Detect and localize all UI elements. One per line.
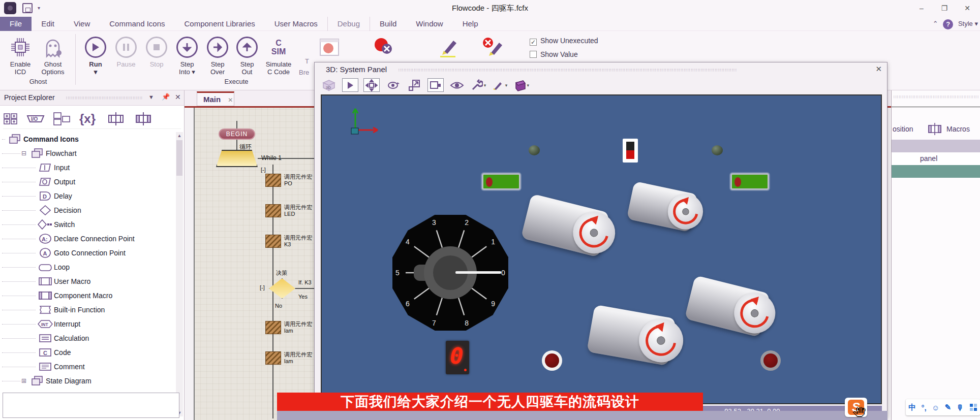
grid-icon[interactable] (969, 403, 977, 411)
drag-handle[interactable]: ∷∷∷∷∷∷∷∷∷∷∷∷∷∷∷∷∷∷∷∷∷∷∷∷∷∷∷∷ (894, 94, 979, 100)
stepout-button[interactable]: StepOut (231, 34, 263, 76)
mic-icon[interactable]: 🎙 (956, 403, 964, 412)
pause-button[interactable]: Pause (110, 34, 142, 68)
motor-object[interactable] (626, 181, 698, 233)
restore-button[interactable]: ❐ (937, 4, 952, 12)
position-panel-header[interactable]: osition (893, 125, 913, 133)
led-bar-object[interactable] (482, 173, 520, 190)
menu-help[interactable]: Help (453, 17, 488, 31)
motor-object[interactable] (685, 275, 771, 337)
grid-add-icon[interactable] (3, 112, 18, 125)
flowchart-component-macro[interactable] (265, 204, 281, 217)
collapse-marker[interactable]: [-] (261, 167, 266, 173)
flowchart-component-macro[interactable] (265, 321, 281, 334)
3d-viewport[interactable]: 01234567890 (321, 94, 882, 404)
motor-object[interactable] (587, 305, 676, 366)
stepinto-button[interactable]: StepInto ▾ (171, 34, 203, 76)
show-unexecuted-checkbox[interactable]: ✓Show Unexecuted (530, 37, 598, 46)
paint-icon[interactable]: ▾ (492, 78, 508, 92)
menu-view[interactable]: View (64, 17, 100, 31)
flowchart-component-macro[interactable] (265, 174, 281, 187)
tree-item-component-macro[interactable]: Component Macro (2, 288, 175, 303)
tab-close-icon[interactable]: ✕ (228, 96, 233, 104)
tree-item-loop[interactable]: Loop (2, 260, 175, 274)
project-explorer-header[interactable]: Project Explorer ∷∷∷∷∷∷∷∷∷∷∷∷∷∷∷∷∷∷∷∷∷∷∷… (0, 90, 184, 106)
punctuation-icon[interactable]: °, (921, 403, 926, 412)
rotary-dial-object[interactable]: 0123456789 (385, 208, 515, 338)
drag-handle[interactable]: ∷∷∷∷∷∷∷∷∷∷∷∷∷∷∷∷∷∷∷∷∷∷∷∷∷ (66, 95, 142, 101)
menu-user-macros[interactable]: User Macros (265, 17, 327, 31)
show-value-checkbox[interactable]: Show Value (530, 50, 578, 58)
drag-handle[interactable]: ∷∷∷∷∷∷∷∷∷∷∷∷∷∷∷∷∷∷∷∷∷∷∷∷∷∷∷∷∷∷∷∷∷∷∷∷∷∷∷∷… (399, 68, 866, 73)
pin-icon[interactable]: 📌 (162, 93, 170, 101)
tree-item-flowchart[interactable]: ⊟Flowchart (2, 146, 175, 160)
style-menu[interactable]: Style ▾ (958, 20, 978, 27)
panel-row-selected[interactable] (892, 165, 980, 178)
windows-icon[interactable] (53, 112, 71, 126)
3d-sphere-object[interactable] (529, 145, 540, 155)
tree-item-code[interactable]: CCode (2, 345, 175, 360)
component-macro-icon[interactable] (133, 111, 154, 126)
tree-item-calculation[interactable]: Calculation (2, 331, 175, 345)
menu-build[interactable]: Build (370, 17, 406, 31)
flowchart-canvas[interactable]: BEGIN 循环 While 1 [-] 调用元件宏PO调用元件宏LED调用元件… (194, 108, 327, 420)
tree-item-delay[interactable]: DDelay (2, 189, 175, 203)
tree-item-user-macro[interactable]: User Macro (2, 274, 175, 288)
seven-segment-display-object[interactable]: 0 (446, 341, 469, 374)
pen-icon[interactable]: ✎ (945, 403, 952, 412)
braces-x-icon[interactable]: {x} (78, 112, 99, 126)
run-button[interactable]: Run▾ (79, 34, 112, 76)
tab-main[interactable]: Main✕ (197, 91, 234, 106)
macros-panel-header[interactable]: Macros (946, 125, 970, 133)
close-3d-panel-icon[interactable]: ✕ (875, 64, 882, 74)
tree-item-input[interactable]: Input (2, 160, 175, 175)
region-icon[interactable] (427, 78, 444, 92)
collapse-ribbon-icon[interactable]: ⌃ (933, 20, 938, 27)
motor-object[interactable] (520, 193, 609, 257)
collapse-marker[interactable]: [-] (260, 284, 265, 290)
tree-item-switch[interactable]: Switch (2, 217, 175, 232)
panel-menu-icon[interactable]: ▼ (148, 94, 154, 100)
rotate-icon[interactable] (385, 78, 401, 92)
wrench-icon[interactable]: ▾ (470, 78, 486, 92)
eye-icon[interactable] (449, 78, 465, 92)
scale-icon[interactable] (406, 78, 422, 92)
play-icon[interactable] (342, 78, 358, 92)
tree-item-decision[interactable]: Decision (2, 203, 175, 217)
tree-item-goto-connection-point[interactable]: AGoto Connection Point (2, 246, 175, 260)
3d-panel-titlebar[interactable]: 3D: System Panel ∷∷∷∷∷∷∷∷∷∷∷∷∷∷∷∷∷∷∷∷∷∷∷… (315, 62, 887, 77)
flowchart-component-macro[interactable] (265, 351, 281, 365)
close-button[interactable]: ✕ (960, 4, 975, 12)
tree-item-interrupt[interactable]: INTInterrupt (2, 317, 175, 331)
flowchart-loop-start[interactable] (216, 150, 258, 167)
user-macro-icon[interactable] (106, 111, 126, 126)
ime-toolbar[interactable]: S 🖑 中 °, ☺ ✎ 🎙 (845, 398, 980, 417)
tree-item-command-icons[interactable]: Command Icons (2, 132, 175, 146)
close-panel-icon[interactable]: ✕ (175, 93, 181, 101)
flowchart-component-macro[interactable] (265, 235, 281, 248)
menu-component-libraries[interactable]: Component Libraries (175, 17, 265, 31)
chinese-mode-icon[interactable]: 中 (908, 403, 916, 412)
scrollbar-thumb[interactable] (176, 140, 182, 176)
menu-file[interactable]: File (0, 17, 32, 31)
tree-item-state-diagram[interactable]: ⊞State Diagram (2, 374, 175, 388)
enableicd-button[interactable]: EnableICD (4, 34, 37, 76)
simulatec-code-button[interactable]: CSIMSimulateC Code (262, 34, 295, 76)
menu-debug[interactable]: Debug (327, 17, 370, 31)
help-icon[interactable]: ? (943, 19, 953, 29)
move-icon[interactable] (363, 78, 380, 92)
menu-window[interactable]: Window (406, 17, 452, 31)
toggle-switch-object[interactable] (623, 139, 638, 163)
stepover-button[interactable]: StepOver (201, 34, 234, 76)
tree-item-output[interactable]: Output (2, 175, 175, 189)
tree-item-comment[interactable]: Comment (2, 360, 175, 374)
led-bar-object[interactable] (730, 173, 769, 190)
ghostoptions-button[interactable]: GhostOptions (37, 34, 69, 76)
3d-system-panel-window[interactable]: 3D: System Panel ∷∷∷∷∷∷∷∷∷∷∷∷∷∷∷∷∷∷∷∷∷∷∷… (314, 62, 887, 417)
minimize-button[interactable]: – (914, 4, 929, 12)
tree-expander-icon[interactable]: ⊟ (21, 150, 26, 157)
tree-item-declare-connection-point[interactable]: A:Declare Connection Point (2, 232, 175, 246)
flowchart-begin[interactable]: BEGIN (219, 128, 255, 140)
menu-command-icons[interactable]: Command Icons (100, 17, 174, 31)
cubeview-icon[interactable]: ▾ (513, 78, 529, 92)
